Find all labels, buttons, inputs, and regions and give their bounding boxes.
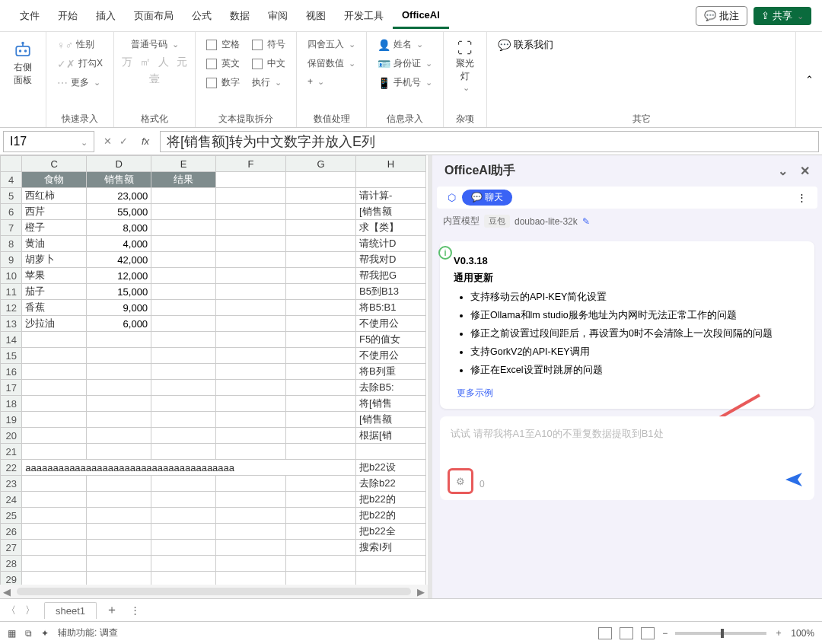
cell[interactable] xyxy=(216,396,286,412)
cell[interactable] xyxy=(151,316,216,332)
cell[interactable] xyxy=(151,476,216,492)
spotlight-button[interactable]: ⛶ 聚光 灯 xyxy=(451,37,479,96)
cell[interactable] xyxy=(216,428,286,444)
sheet-tabs-more-icon[interactable] xyxy=(130,604,140,616)
comments-button[interactable]: 💬 批注 xyxy=(696,6,747,26)
info-phone[interactable]: 📱手机号 xyxy=(374,75,435,91)
row-header[interactable]: 20 xyxy=(1,428,22,444)
row-header[interactable]: 21 xyxy=(1,444,22,460)
cell[interactable] xyxy=(87,492,151,508)
numeric-keep[interactable]: 保留数值 xyxy=(304,56,358,72)
extract-chinese[interactable]: 中文 xyxy=(249,56,288,72)
sym-wan[interactable]: 万 xyxy=(122,56,132,69)
cell[interactable]: [销售额 xyxy=(355,412,425,428)
menu-review[interactable]: 审阅 xyxy=(259,3,297,29)
cell[interactable] xyxy=(87,556,151,572)
zoom-in-button[interactable]: ＋ xyxy=(774,626,783,639)
cell[interactable] xyxy=(151,524,216,540)
cell[interactable] xyxy=(22,332,87,348)
sheet-tab-1[interactable]: sheet1 xyxy=(44,602,97,619)
edit-model-icon[interactable]: ✎ xyxy=(582,216,590,227)
row-header[interactable]: 5 xyxy=(1,188,22,204)
cell[interactable]: 把b22的 xyxy=(355,508,425,524)
horizontal-scrollbar[interactable]: ◀ ▶ xyxy=(0,585,428,598)
scroll-right-icon[interactable]: ▶ xyxy=(414,586,428,598)
menu-view[interactable]: 视图 xyxy=(297,3,335,29)
cell[interactable] xyxy=(151,332,216,348)
cell[interactable] xyxy=(22,348,87,364)
cell[interactable] xyxy=(22,476,87,492)
cell[interactable] xyxy=(151,412,216,428)
panel-minimize-icon[interactable]: ⌄ xyxy=(778,164,788,178)
tab-prev-icon[interactable]: 〈 xyxy=(6,604,16,617)
cell[interactable]: 根据[销 xyxy=(355,428,425,444)
cell[interactable] xyxy=(87,508,151,524)
cell[interactable] xyxy=(216,524,286,540)
cell[interactable] xyxy=(216,508,286,524)
cell[interactable] xyxy=(216,220,286,236)
cell[interactable] xyxy=(151,300,216,316)
cell[interactable] xyxy=(87,380,151,396)
zoom-out-button[interactable]: − xyxy=(662,628,667,639)
cell[interactable] xyxy=(22,444,87,460)
menu-data[interactable]: 数据 xyxy=(221,3,259,29)
cell[interactable]: 42,000 xyxy=(87,252,151,268)
cell[interactable] xyxy=(286,236,356,252)
cell[interactable] xyxy=(216,540,286,556)
cell[interactable] xyxy=(216,380,286,396)
cell[interactable] xyxy=(355,444,425,460)
cell[interactable] xyxy=(286,348,356,364)
menu-devtools[interactable]: 开发工具 xyxy=(335,3,393,29)
row-header[interactable]: 4 xyxy=(1,172,22,188)
menu-file[interactable]: 文件 xyxy=(11,3,49,29)
row-header[interactable]: 8 xyxy=(1,236,22,252)
cell[interactable]: 西芹 xyxy=(22,204,87,220)
cell[interactable] xyxy=(151,348,216,364)
cell[interactable]: 食物 xyxy=(22,172,87,188)
cell[interactable] xyxy=(151,492,216,508)
chat-tab[interactable]: 💬 聊天 xyxy=(462,190,512,206)
row-header[interactable]: 23 xyxy=(1,476,22,492)
cell[interactable]: 请计算- xyxy=(355,188,425,204)
cell[interactable] xyxy=(286,300,356,316)
cell[interactable]: 将B5:B1 xyxy=(355,300,425,316)
cell[interactable] xyxy=(216,284,286,300)
cell[interactable] xyxy=(216,492,286,508)
numeric-round[interactable]: 四舍五入 xyxy=(304,37,358,53)
row-header[interactable]: 14 xyxy=(1,332,22,348)
row-header[interactable]: 11 xyxy=(1,284,22,300)
row-header[interactable]: 13 xyxy=(1,316,22,332)
cell[interactable] xyxy=(286,172,356,188)
cell[interactable] xyxy=(286,332,356,348)
cell[interactable]: 苹果 xyxy=(22,268,87,284)
cell[interactable] xyxy=(87,540,151,556)
cell[interactable] xyxy=(151,428,216,444)
cell[interactable]: 香蕉 xyxy=(22,300,87,316)
send-button[interactable] xyxy=(784,471,804,493)
cell[interactable]: 搜索I列 xyxy=(355,540,425,556)
cell[interactable]: B5到B13 xyxy=(355,284,425,300)
format-normal-number[interactable]: 普通号码 xyxy=(128,37,182,53)
cancel-formula-icon[interactable]: ✕ xyxy=(104,135,112,147)
cell[interactable]: 帮我把G xyxy=(355,268,425,284)
cell[interactable] xyxy=(286,508,356,524)
name-box[interactable]: I17 xyxy=(3,131,94,152)
cell[interactable] xyxy=(87,428,151,444)
row-header[interactable]: 26 xyxy=(1,524,22,540)
cube-icon[interactable]: ⬡ xyxy=(448,192,456,203)
cell[interactable]: 把b22全 xyxy=(355,524,425,540)
cell[interactable] xyxy=(151,444,216,460)
cell[interactable] xyxy=(22,364,87,380)
cell[interactable]: F5的值女 xyxy=(355,332,425,348)
zoom-level[interactable]: 100% xyxy=(791,628,814,639)
cell[interactable] xyxy=(286,524,356,540)
cell[interactable] xyxy=(87,412,151,428)
view-break-icon[interactable] xyxy=(641,627,655,639)
cell[interactable]: 15,000 xyxy=(87,284,151,300)
cell[interactable] xyxy=(286,428,356,444)
cell[interactable] xyxy=(151,220,216,236)
row-header[interactable]: 22 xyxy=(1,460,22,476)
cell[interactable]: 把b22的 xyxy=(355,492,425,508)
fx-button[interactable]: fx xyxy=(134,135,157,147)
cell[interactable]: 12,000 xyxy=(87,268,151,284)
